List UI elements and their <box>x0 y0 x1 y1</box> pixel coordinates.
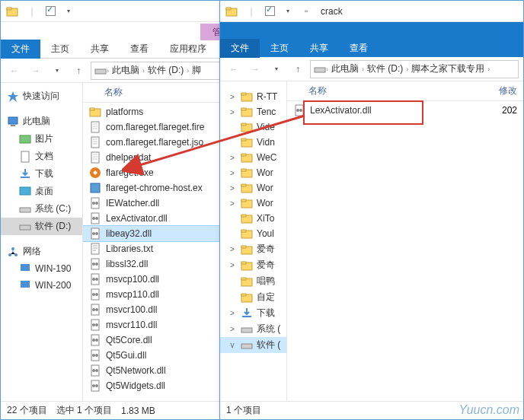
nav-pane[interactable]: 快速访问 此电脑 图片 文档 下载 桌面 系统 (C:) 软件 (D:) 网络 … <box>1 83 83 401</box>
expand-icon[interactable]: > <box>228 325 237 333</box>
qat-check-icon[interactable] <box>42 3 59 20</box>
bc-seg[interactable]: 此电脑 <box>109 64 142 77</box>
tree-item[interactable]: >爱奇 <box>220 241 286 257</box>
recent-dropdown[interactable]: ▾ <box>48 62 66 80</box>
tree-item[interactable]: >系统 ( <box>220 321 286 337</box>
svg-rect-87 <box>241 278 246 280</box>
nav-pc-win200[interactable]: WIN-200 <box>1 277 82 294</box>
tree-item[interactable]: v软件 ( <box>220 337 286 353</box>
column-header[interactable]: 名称 修改 <box>287 81 523 101</box>
nav-quick-access[interactable]: 快速访问 <box>1 88 82 105</box>
nav-downloads[interactable]: 下载 <box>1 165 82 183</box>
pc-icon <box>7 116 19 128</box>
col-name[interactable]: 名称 <box>104 86 123 99</box>
tree-item[interactable]: >下载 <box>220 305 286 321</box>
nav-drive-c[interactable]: 系统 (C:) <box>1 200 82 218</box>
tree-label: R-TT <box>257 91 277 102</box>
tab-view[interactable]: 查看 <box>339 39 379 58</box>
titlebar[interactable]: | ▾ <box>1 1 243 22</box>
tab-home[interactable]: 主页 <box>260 39 299 58</box>
qat-sep: | <box>24 3 40 20</box>
col-name[interactable]: 名称 <box>308 84 499 97</box>
file-name: Qt5Gui.dll <box>106 350 146 361</box>
nav-desktop[interactable]: 桌面 <box>1 183 82 200</box>
tab-share[interactable]: 共享 <box>80 40 120 59</box>
tree-item[interactable]: Vide <box>220 119 286 135</box>
expand-icon[interactable]: > <box>228 199 237 208</box>
pictures-icon <box>19 133 31 145</box>
file-pane[interactable]: 名称 修改 LexActivator.dll 202 <box>287 81 523 401</box>
expand-icon[interactable]: > <box>228 93 237 101</box>
svg-rect-65 <box>241 108 246 110</box>
forward-button[interactable]: → <box>246 60 264 78</box>
forward-button[interactable]: → <box>27 62 45 80</box>
titlebar[interactable]: | ▾ ＝ crack <box>220 1 523 22</box>
svg-rect-69 <box>241 138 246 141</box>
tab-home[interactable]: 主页 <box>40 40 80 59</box>
tree-item[interactable]: Youl <box>220 226 286 241</box>
file-name: flareget-chrome-host.ex <box>106 183 203 193</box>
nav-pictures[interactable]: 图片 <box>1 130 82 148</box>
tree-item[interactable]: 自定 <box>220 289 286 305</box>
up-button[interactable]: ↑ <box>289 60 307 78</box>
qat-check-icon[interactable] <box>261 3 278 20</box>
bc-seg[interactable]: 软件 (D:) <box>364 62 406 75</box>
nav-drive-d[interactable]: 软件 (D:) <box>1 218 82 235</box>
tab-apps[interactable]: 应用程序 <box>159 40 217 59</box>
qat-dropdown-icon[interactable]: ▾ <box>280 3 296 20</box>
breadcrumb[interactable]: › 此电脑› 软件 (D:)› 脚本之家下载专用› <box>310 60 519 78</box>
tab-file[interactable]: 文件 <box>220 39 260 58</box>
tree-item[interactable]: XiTo <box>220 211 286 226</box>
expand-icon[interactable]: > <box>228 154 237 162</box>
svg-rect-17 <box>91 122 99 132</box>
file-name: libssl32.dll <box>106 259 148 269</box>
svg-point-46 <box>95 323 98 326</box>
expand-icon[interactable]: > <box>228 245 237 253</box>
back-button[interactable]: ← <box>225 60 243 78</box>
expand-icon[interactable]: > <box>228 108 237 116</box>
bc-seg[interactable]: 此电脑 <box>328 62 362 75</box>
expand-icon[interactable]: > <box>228 261 237 269</box>
tree-item[interactable]: >Wor <box>220 180 286 196</box>
tab-view[interactable]: 查看 <box>120 40 159 59</box>
svg-point-40 <box>95 293 98 296</box>
expand-icon[interactable]: > <box>228 309 237 317</box>
nav-pc-win190[interactable]: WIN-190 <box>1 260 82 277</box>
svg-point-45 <box>92 323 95 326</box>
svg-point-37 <box>95 278 98 281</box>
annotation-highlight <box>303 100 423 125</box>
tree-item[interactable]: >WeC <box>220 150 286 165</box>
tree-item[interactable]: >爱奇 <box>220 257 286 273</box>
svg-point-51 <box>92 354 95 357</box>
qat-overflow-icon[interactable]: ＝ <box>298 3 315 20</box>
up-button[interactable]: ↑ <box>69 62 88 80</box>
nav-documents[interactable]: 文档 <box>1 148 82 165</box>
nav-this-pc[interactable]: 此电脑 <box>1 113 82 130</box>
expand-icon[interactable]: > <box>228 169 237 177</box>
file-name: flareget.exe <box>106 167 154 178</box>
expand-icon[interactable]: > <box>228 184 237 192</box>
col-modified[interactable]: 修改 <box>499 84 523 97</box>
bc-seg[interactable]: 脚本之家下载专用 <box>408 62 487 75</box>
tab-share[interactable]: 共享 <box>299 39 339 58</box>
star-icon <box>7 91 19 103</box>
expand-icon[interactable]: v <box>228 341 237 349</box>
tab-file[interactable]: 文件 <box>1 40 40 59</box>
tree-item[interactable]: >Tenc <box>220 104 286 119</box>
back-button[interactable]: ← <box>5 62 24 80</box>
bc-seg[interactable]: 软件 (D:) <box>145 64 187 77</box>
nav-pane[interactable]: >R-TT>TencVideVidn>WeC>Wor>Wor>WorXiToYo… <box>220 81 287 401</box>
tree-item[interactable]: >R-TT <box>220 89 286 104</box>
recent-dropdown[interactable]: ▾ <box>267 60 286 78</box>
svg-point-26 <box>92 217 95 220</box>
tree-item[interactable]: Vidn <box>220 135 286 150</box>
breadcrumb[interactable]: › 此电脑› 软件 (D:)› 脚 <box>91 62 238 80</box>
qat-sep: | <box>243 3 260 20</box>
tree-label: Wor <box>257 183 273 193</box>
tree-item[interactable]: 唱鸭 <box>220 273 286 289</box>
qat-dropdown-icon[interactable]: ▾ <box>60 3 77 20</box>
tree-item[interactable]: >Wor <box>220 196 286 211</box>
tree-item[interactable]: >Wor <box>220 165 286 180</box>
bc-seg[interactable]: 脚 <box>189 64 204 77</box>
nav-network[interactable]: 网络 <box>1 243 82 260</box>
